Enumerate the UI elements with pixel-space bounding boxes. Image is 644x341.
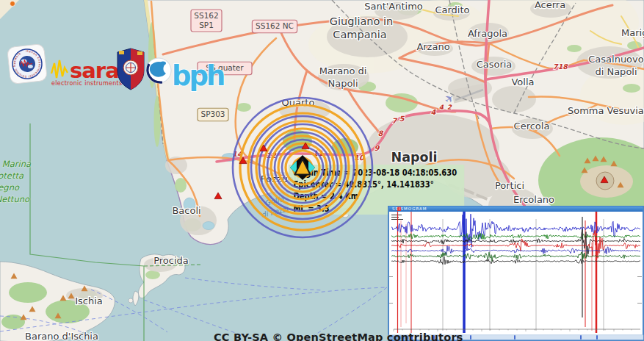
map-label: 11 [313,149,323,157]
map-label: Quarto [282,97,315,108]
map-label: 12 [266,151,277,159]
svg-text:SS quater: SS quater [206,63,244,72]
map-label: Acerra [535,0,565,10]
map-label: di Napoli [595,66,637,77]
map-label: Giugliano in [330,15,394,27]
seismogram-window-title[interactable]: SEISMOGRAM [392,207,427,211]
map-label: Bacoli [172,205,200,216]
map-label: 718 [553,62,568,71]
map-label: Arzano [416,41,449,52]
map-label: Casalnuovo [588,54,644,65]
map-label: 5 [399,115,405,123]
map-label: Marina [2,159,32,169]
map-label: Sant'Antimo [364,1,423,12]
svg-text:SS162 NC: SS162 NC [256,21,294,30]
map-label: Cercola [514,121,550,132]
map-label: otetta [0,170,24,181]
map-label: Ercolano [513,194,554,205]
map-label: Campania [333,29,386,40]
depth-line: Depth = 2.4 Km [293,190,464,202]
map-label: Portici [495,180,524,191]
map-label: 7 [392,117,398,125]
svg-text:SP303: SP303 [200,110,225,118]
seismogram-titlebar[interactable] [389,207,643,212]
road-shield: SS162 NC [252,20,297,33]
osm-attribution: CC BY-SA © OpenStreetMap contributors [214,331,463,341]
earthquake-map-dashboard: Sant'AntimoCarditoAcerraGiugliano inCamp… [0,0,644,341]
map-label: Ischia [75,295,103,306]
map-label: 10 [354,154,365,162]
map-label: 14 [232,150,243,158]
map-label: Cardito [435,4,469,15]
svg-text:SP1: SP1 [199,21,214,29]
map-label: Napoli [391,150,437,165]
map-label: Casoria [477,59,513,70]
map-label: Afragola [468,28,507,39]
map-label: Nettuno [0,194,30,204]
map-label: 9 [375,144,380,152]
map-label: Marano di [319,65,367,76]
road-shield: SS quater [198,62,252,75]
svg-text:SS162: SS162 [194,11,218,20]
map-label: 4 [439,104,444,111]
map-label: Marigliano [621,27,644,38]
map-label: Somma Vesuviana [568,105,644,116]
map-label: 4 [431,108,437,116]
map-label: Napoli [328,78,358,89]
map-label: Procida [153,255,189,266]
epicenter-line: Epicenter = 40.8315°, 14.141833° [293,179,464,190]
map-label: egno [0,182,20,193]
map-label: Barano d'Ischia [25,331,98,341]
seismogram-frame [388,207,643,341]
road-shield: SP303 [198,108,228,121]
map-label: 8 [378,129,384,137]
map-label: Volla [511,76,534,87]
road-shield: SS162SP1 [191,10,222,32]
origin-time-line: Origin Time = 2023-08-18 04:18:05.630 [293,167,464,179]
poi-dot [10,1,15,7]
seismogram-window[interactable]: SEISMOGRAM [388,206,644,341]
